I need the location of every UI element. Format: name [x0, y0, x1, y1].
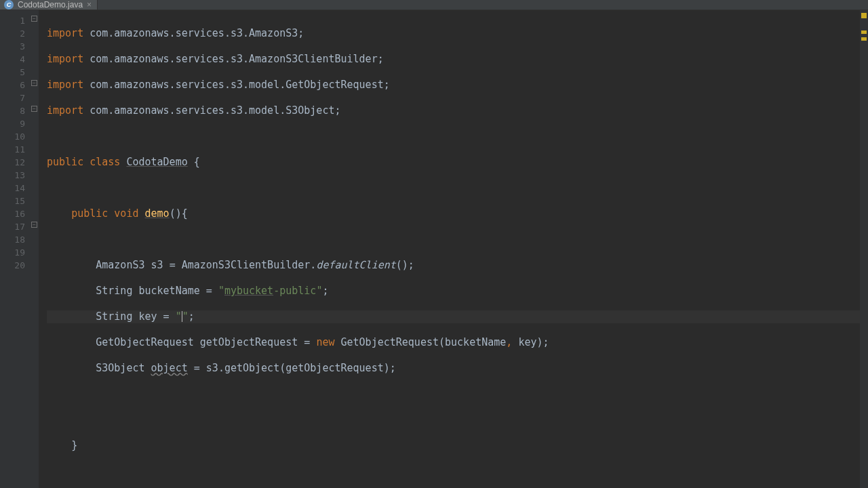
editor[interactable]: 1 2 3 4 5 6 7 8 9 10 11 12 13 14 15 16 1…	[0, 10, 868, 488]
line-number: 9	[0, 117, 25, 130]
line-number: 1	[0, 14, 25, 27]
line-number: 19	[0, 246, 25, 259]
line-number: 10	[0, 130, 25, 143]
fold-toggle-icon[interactable]: −	[31, 222, 37, 228]
error-stripe[interactable]	[860, 10, 868, 488]
tab-close-icon[interactable]: ×	[87, 0, 92, 9]
line-number-gutter: 1 2 3 4 5 6 7 8 9 10 11 12 13 14 15 16 1…	[0, 10, 31, 488]
line-number: 7	[0, 92, 25, 104]
line-number: 8	[0, 104, 25, 117]
line-number: 17	[0, 220, 25, 233]
tab-bar: C CodotaDemo.java ×	[0, 0, 868, 10]
line-number: 11	[0, 143, 25, 156]
fold-toggle-icon[interactable]: −	[31, 106, 37, 112]
fold-toggle-icon[interactable]: −	[31, 80, 37, 86]
line-number: 13	[0, 169, 25, 182]
text-caret	[182, 311, 182, 322]
code-area[interactable]: import com.amazonaws.services.s3.AmazonS…	[39, 10, 860, 488]
line-number: 4	[0, 53, 25, 66]
fold-toggle-icon[interactable]: −	[31, 16, 37, 22]
warning-marker[interactable]	[861, 30, 867, 34]
line-number: 16	[0, 207, 25, 220]
line-number: 3	[0, 40, 25, 53]
fold-column[interactable]: − − − −	[31, 10, 39, 488]
line-number: 6	[0, 79, 25, 92]
java-class-icon: C	[4, 0, 14, 9]
line-number: 15	[0, 195, 25, 207]
warning-marker[interactable]	[861, 37, 867, 41]
line-number: 12	[0, 156, 25, 169]
line-number: 18	[0, 233, 25, 246]
file-tab[interactable]: C CodotaDemo.java ×	[0, 0, 98, 9]
line-number: 14	[0, 182, 25, 195]
tab-filename: CodotaDemo.java	[18, 0, 83, 9]
line-number: 20	[0, 259, 25, 272]
line-number: 2	[0, 27, 25, 40]
line-number: 5	[0, 66, 25, 79]
analysis-indicator-icon[interactable]	[861, 13, 867, 18]
